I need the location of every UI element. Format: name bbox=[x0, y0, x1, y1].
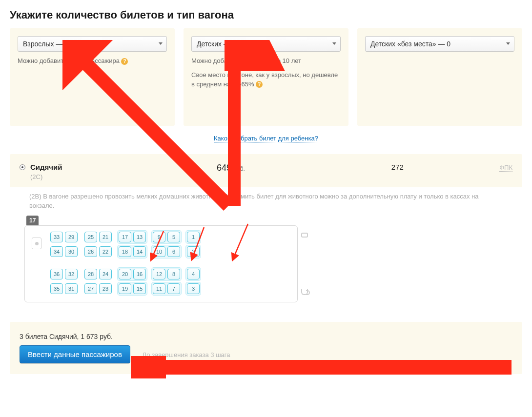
radio-selected-icon[interactable] bbox=[20, 164, 25, 170]
passenger-selectors: Взрослых — 2 Можно добавить еще 1 пассаж… bbox=[0, 28, 532, 126]
help-icon[interactable]: ? bbox=[121, 58, 128, 65]
seat[interactable]: 3 bbox=[187, 283, 200, 294]
seat-block: 95 bbox=[152, 231, 181, 243]
seat[interactable]: 18 bbox=[119, 246, 131, 257]
seat-block: 3 bbox=[186, 282, 201, 295]
enter-passenger-data-button[interactable]: Ввести данные пассажиров bbox=[20, 345, 130, 363]
seat[interactable]: 31 bbox=[65, 283, 78, 294]
help-icon[interactable]: ? bbox=[256, 81, 263, 88]
seat[interactable]: 25 bbox=[84, 232, 97, 242]
adults-card: Взрослых — 2 Можно добавить еще 1 пассаж… bbox=[10, 28, 175, 126]
seat[interactable]: 16 bbox=[133, 269, 146, 279]
seat[interactable]: 29 bbox=[65, 232, 78, 242]
seat[interactable]: 35 bbox=[50, 283, 63, 294]
child-ticket-link[interactable]: Какой выбрать билет для ребенка? bbox=[214, 135, 318, 142]
car-type-name: Сидячий bbox=[30, 163, 62, 171]
children-dropdown[interactable]: Детских — 1 bbox=[191, 36, 341, 52]
seat-block: 3329 bbox=[49, 231, 79, 243]
adults-label: Взрослых — 2 bbox=[23, 40, 68, 48]
seat-block: 1713 bbox=[118, 231, 147, 243]
seat-block: 2521 bbox=[83, 231, 113, 243]
seat[interactable]: 20 bbox=[119, 269, 131, 279]
seat-block: 117 bbox=[152, 282, 181, 295]
adults-hint: Можно добавить еще 1 пассажира ? bbox=[18, 57, 167, 66]
seat-block: 106 bbox=[152, 245, 181, 258]
summary-card: 3 билета Сидячий, 1 673 руб. Ввести данн… bbox=[10, 322, 522, 374]
seat-map: 332925211713951 3430262218141062 3632282… bbox=[24, 225, 298, 302]
children-hint-2: Свое место в вагоне, как у взрослых, но … bbox=[191, 71, 341, 89]
seat[interactable]: 6 bbox=[167, 246, 180, 257]
seat[interactable]: 5 bbox=[167, 232, 180, 242]
seat-block: 4 bbox=[186, 268, 201, 280]
seat[interactable]: 30 bbox=[65, 246, 78, 257]
chevron-down-icon bbox=[332, 42, 336, 45]
seat[interactable]: 4 bbox=[187, 269, 200, 279]
car-type-row[interactable]: Сидячий (2С) 649 руб. 272 ФПК bbox=[10, 154, 522, 187]
carrier-label[interactable]: ФПК bbox=[499, 164, 512, 172]
seat-block: 2824 bbox=[83, 268, 113, 280]
seat[interactable]: 32 bbox=[65, 269, 78, 279]
seat[interactable]: 12 bbox=[153, 269, 165, 279]
seat[interactable]: 15 bbox=[133, 283, 146, 294]
chevron-down-icon bbox=[506, 42, 510, 45]
seat-block: 3632 bbox=[49, 268, 79, 280]
car-type-price: 649 руб. bbox=[217, 163, 348, 173]
seat[interactable]: 28 bbox=[84, 269, 97, 279]
seat-block: 1915 bbox=[118, 282, 147, 295]
seat[interactable]: 9 bbox=[153, 232, 165, 242]
seat[interactable]: 8 bbox=[167, 269, 180, 279]
seat[interactable]: 14 bbox=[133, 246, 146, 257]
seat[interactable]: 26 bbox=[84, 246, 97, 257]
page-title: Укажите количество билетов и тип вагона bbox=[0, 0, 532, 28]
seat[interactable]: 17 bbox=[119, 232, 131, 242]
seat[interactable]: 34 bbox=[50, 246, 63, 257]
seat[interactable]: 21 bbox=[99, 232, 112, 242]
seat-block: 3531 bbox=[49, 282, 79, 295]
seat-block: 2723 bbox=[83, 282, 113, 295]
seat[interactable]: 1 bbox=[187, 232, 200, 242]
seat[interactable]: 33 bbox=[50, 232, 63, 242]
seat-block: 2622 bbox=[83, 245, 113, 258]
adults-dropdown[interactable]: Взрослых — 2 bbox=[18, 36, 167, 52]
seat[interactable]: 13 bbox=[133, 232, 146, 242]
seat-block: 2016 bbox=[118, 268, 147, 280]
seat[interactable]: 27 bbox=[84, 283, 97, 294]
infants-dropdown[interactable]: Детских «без места» — 0 bbox=[365, 36, 514, 52]
seat-block: 128 bbox=[152, 268, 181, 280]
children-card: Детских — 1 Можно добавить 1 ребенка до … bbox=[184, 28, 348, 126]
infants-card: Детских «без места» — 0 bbox=[357, 28, 522, 126]
steps-hint: До завершения заказа 3 шага bbox=[142, 351, 230, 358]
seat[interactable]: 19 bbox=[119, 283, 131, 294]
chevron-down-icon bbox=[159, 42, 163, 45]
seat[interactable]: 11 bbox=[153, 283, 165, 294]
seat[interactable]: 36 bbox=[50, 269, 63, 279]
wagon-note: (2В) В вагоне разрешено провозить мелких… bbox=[0, 187, 532, 214]
seat[interactable]: 2 bbox=[187, 246, 200, 257]
seat[interactable]: 10 bbox=[153, 246, 165, 257]
car-number-badge[interactable]: 17 bbox=[26, 216, 39, 225]
seat-block: 1 bbox=[186, 231, 201, 243]
luggage-icon bbox=[301, 233, 308, 238]
seat-block: 1814 bbox=[118, 245, 147, 258]
seat[interactable]: 7 bbox=[167, 283, 180, 294]
children-label: Детских — 1 bbox=[197, 40, 236, 48]
seat-block: 3430 bbox=[49, 245, 79, 258]
infants-label: Детских «без места» — 0 bbox=[370, 40, 450, 48]
cup-icon bbox=[301, 289, 308, 295]
car-type-available: 272 bbox=[348, 163, 447, 171]
toilet-icon bbox=[32, 238, 41, 249]
seat-block: 2 bbox=[186, 245, 201, 258]
seat[interactable]: 24 bbox=[99, 269, 112, 279]
seat[interactable]: 23 bbox=[99, 283, 112, 294]
seat[interactable]: 22 bbox=[99, 246, 112, 257]
summary-line: 3 билета Сидячий, 1 673 руб. bbox=[20, 333, 512, 340]
children-hint-1: Можно добавить 1 ребенка до 10 лет bbox=[191, 57, 341, 66]
car-type-sub: (2С) bbox=[30, 173, 62, 180]
